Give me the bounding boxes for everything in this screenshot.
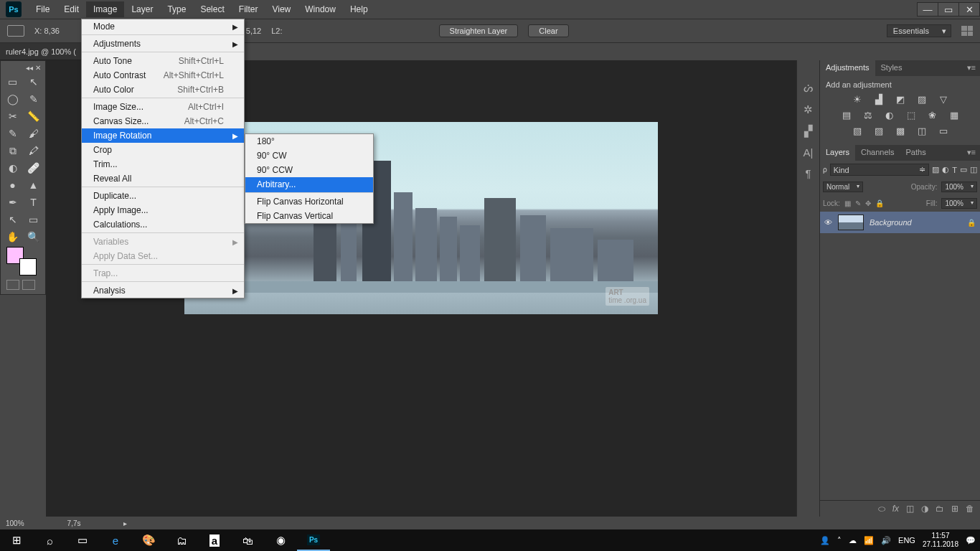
menu-type[interactable]: Type xyxy=(160,1,193,17)
menu-item-trim[interactable]: Trim... xyxy=(82,157,244,171)
layer-mask-icon[interactable]: ◫ xyxy=(906,504,914,514)
menu-item-90-cw[interactable]: 90° CW xyxy=(245,149,373,163)
adjustment-icon[interactable]: ▤ xyxy=(839,109,854,121)
tab-channels[interactable]: Channels xyxy=(855,145,900,161)
tool[interactable]: ↖ xyxy=(2,211,23,228)
tray-wifi-icon[interactable]: 📶 xyxy=(864,536,874,545)
taskbar-paint-icon[interactable]: 🎨 xyxy=(132,529,165,551)
menu-layer[interactable]: Layer xyxy=(124,1,160,17)
tool[interactable]: ✎ xyxy=(2,125,23,142)
link-layers-icon[interactable]: ⬭ xyxy=(878,504,885,514)
menu-item-apply-image[interactable]: Apply Image... xyxy=(82,203,244,217)
menu-item-analysis[interactable]: Analysis▶ xyxy=(82,283,244,298)
menu-window[interactable]: Window xyxy=(298,1,343,17)
tool[interactable]: ↖ xyxy=(23,73,44,90)
fill-value[interactable]: 100% xyxy=(941,198,977,209)
visibility-icon[interactable]: 👁 xyxy=(824,218,832,227)
menu-item-auto-color[interactable]: Auto ColorShift+Ctrl+B xyxy=(82,83,244,98)
layer-fx-icon[interactable]: fx xyxy=(892,504,899,514)
tool[interactable]: ◯ xyxy=(2,90,23,108)
menu-filter[interactable]: Filter xyxy=(232,1,265,17)
adjustment-icon[interactable]: ◐ xyxy=(882,109,897,121)
tool[interactable]: ✒ xyxy=(2,194,23,211)
menu-item-flip-canvas-vertical[interactable]: Flip Canvas Vertical xyxy=(245,209,373,223)
menu-item-reveal-all[interactable]: Reveal All xyxy=(82,171,244,187)
adjustment-icon[interactable]: ▨ xyxy=(872,125,886,136)
layer-name[interactable]: Background xyxy=(870,218,912,227)
history-panel-icon[interactable]: ᔖ xyxy=(804,82,813,95)
adjustment-icon[interactable]: ▭ xyxy=(936,125,951,136)
tray-volume-icon[interactable]: 🔊 xyxy=(881,536,891,545)
menu-item-image-size[interactable]: Image Size...Alt+Ctrl+I xyxy=(82,100,244,114)
quickmask-icon[interactable] xyxy=(6,280,19,290)
adjustment-icon[interactable]: ▦ xyxy=(947,109,961,121)
taskbar-store-icon[interactable]: 🛍 xyxy=(231,529,264,551)
tab-adjustments[interactable]: Adjustments xyxy=(820,60,875,76)
adjustment-icon[interactable]: ⚖ xyxy=(861,109,875,121)
tool[interactable]: 🖌 xyxy=(23,125,44,142)
menu-view[interactable]: View xyxy=(265,1,298,17)
adjustment-icon[interactable]: ▩ xyxy=(893,125,908,136)
menu-image[interactable]: Image xyxy=(86,1,124,17)
tray-clock[interactable]: 11:5727.11.2018 xyxy=(923,532,958,549)
tray-cloud-icon[interactable]: ☁ xyxy=(849,536,857,545)
tool[interactable]: ⧉ xyxy=(2,142,23,159)
status-arrow-icon[interactable]: ▸ xyxy=(123,519,127,527)
tool[interactable]: ▭ xyxy=(23,211,44,228)
filter-type-icon[interactable]: T xyxy=(952,166,957,174)
adjustment-icon[interactable]: ◫ xyxy=(915,125,929,136)
tray-language[interactable]: ENG xyxy=(898,536,915,545)
lock-all-icon[interactable]: 🔒 xyxy=(875,199,884,207)
tray-chevron-icon[interactable]: ˄ xyxy=(837,536,842,545)
layer-thumbnail[interactable] xyxy=(838,215,864,230)
tool[interactable]: 🖍 xyxy=(23,142,44,159)
close-button[interactable]: ✕ xyxy=(958,2,980,17)
taskbar-edge-icon[interactable]: e xyxy=(99,529,132,551)
toolbox-collapse-icon[interactable]: ◂◂ ✕ xyxy=(2,62,44,73)
taskbar-explorer-icon[interactable]: 🗂 xyxy=(165,529,198,551)
tool[interactable]: ✂ xyxy=(2,108,23,125)
clear-button[interactable]: Clear xyxy=(528,24,568,37)
group-icon[interactable]: 🗀 xyxy=(936,504,944,514)
menu-item-mode[interactable]: Mode▶ xyxy=(82,19,244,35)
maximize-button[interactable]: ▭ xyxy=(938,2,959,17)
tool[interactable]: ✎ xyxy=(23,90,44,108)
layer-row-background[interactable]: 👁 Background 🔒 xyxy=(820,212,980,233)
start-button[interactable]: ⊞ xyxy=(0,529,33,551)
menu-item-image-rotation[interactable]: Image Rotation▶ xyxy=(82,128,244,143)
tool[interactable]: ◐ xyxy=(2,159,23,176)
adjustment-icon[interactable]: ▨ xyxy=(915,93,929,105)
panel-menu-icon[interactable]: ▾≡ xyxy=(963,60,980,76)
adjustment-icon[interactable]: ⬚ xyxy=(904,109,918,121)
filter-pixel-icon[interactable]: ▨ xyxy=(932,165,939,174)
tool[interactable]: 🩹 xyxy=(23,159,44,176)
taskbar-photoshop-icon[interactable]: Ps xyxy=(297,529,330,551)
tool[interactable]: T xyxy=(23,194,44,211)
blend-mode-select[interactable]: Normal xyxy=(823,182,863,192)
ruler-tool-icon[interactable] xyxy=(7,25,24,37)
menu-item-arbitrary[interactable]: Arbitrary... xyxy=(245,177,373,193)
tab-paths[interactable]: Paths xyxy=(900,145,932,161)
tool[interactable]: ▭ xyxy=(2,73,23,90)
adjustment-icon[interactable]: ▟ xyxy=(872,93,886,105)
workspace-switcher[interactable]: Essentials xyxy=(887,24,951,37)
lock-brush-icon[interactable]: ✎ xyxy=(855,199,861,207)
adjustment-icon[interactable]: ◩ xyxy=(893,93,908,105)
menu-item-180[interactable]: 180° xyxy=(245,134,373,149)
straighten-layer-button[interactable]: Straighten Layer xyxy=(439,24,519,37)
menu-item-90-ccw[interactable]: 90° CCW xyxy=(245,163,373,177)
tab-styles[interactable]: Styles xyxy=(875,60,908,76)
menu-edit[interactable]: Edit xyxy=(57,1,86,17)
screenmode-icon[interactable] xyxy=(22,280,35,290)
filter-smart-icon[interactable]: ◫ xyxy=(970,165,977,174)
menu-item-crop[interactable]: Crop xyxy=(82,143,244,157)
adjustment-icon[interactable]: ▧ xyxy=(850,125,864,136)
taskbar-amazon-icon[interactable]: a xyxy=(198,529,231,551)
paragraph-panel-icon[interactable]: ¶ xyxy=(805,167,811,179)
menu-item-calculations[interactable]: Calculations... xyxy=(82,217,244,233)
menu-item-auto-contrast[interactable]: Auto ContrastAlt+Shift+Ctrl+L xyxy=(82,68,244,83)
menu-item-auto-tone[interactable]: Auto ToneShift+Ctrl+L xyxy=(82,54,244,68)
delete-layer-icon[interactable]: 🗑 xyxy=(966,504,974,514)
taskview-button[interactable]: ▭ xyxy=(66,529,99,551)
menu-file[interactable]: File xyxy=(29,1,57,17)
